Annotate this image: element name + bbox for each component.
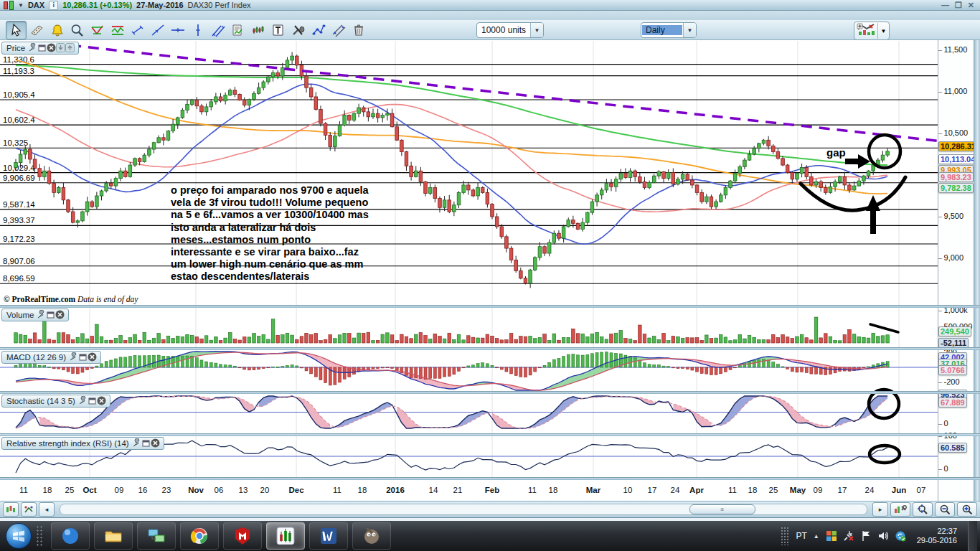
- ma20-badge: 10,113.04: [938, 154, 977, 164]
- vertical-line-tool[interactable]: [188, 22, 207, 39]
- panel-separator[interactable]: [0, 305, 980, 308]
- plug-disconnected-icon[interactable]: [843, 530, 854, 542]
- price-panel-header[interactable]: Price: [1, 42, 79, 55]
- close-panel-icon[interactable]: [47, 43, 56, 52]
- wrench-icon[interactable]: [28, 43, 37, 52]
- restore-button[interactable]: ❐: [955, 1, 962, 10]
- zoom-out-icon[interactable]: [935, 502, 955, 517]
- taskbar-app-windows-explorer[interactable]: [94, 522, 133, 550]
- taskbar-app-chrome[interactable]: [180, 522, 219, 550]
- language-indicator[interactable]: PT: [796, 531, 806, 541]
- price-axis[interactable]: 11,50011,00010,5009,5009,00010,286.3110,…: [938, 40, 974, 501]
- windows-logo-icon[interactable]: [826, 530, 837, 542]
- panel-separator[interactable]: [0, 391, 980, 394]
- chevron-down-icon[interactable]: ▼: [877, 23, 889, 39]
- alarm-bell-tool[interactable]: [47, 22, 67, 39]
- detach-window-icon[interactable]: [46, 310, 55, 319]
- taskbar-clock[interactable]: 22:3729-05-2016: [913, 527, 961, 545]
- scroll-left-button[interactable]: ◂: [39, 502, 55, 517]
- symbol-dropdown-caret[interactable]: ▼: [18, 2, 24, 9]
- chart-bottom-toolbar: ◂ ≡ ▸: [0, 501, 980, 518]
- timeframe-dropdown[interactable]: Daily ▼: [641, 22, 697, 38]
- detach-window-icon[interactable]: [37, 43, 47, 52]
- move-panel-down-icon[interactable]: [56, 43, 65, 52]
- time-axis-label: 09: [814, 486, 823, 494]
- cursor-tool[interactable]: [6, 21, 27, 39]
- scrollbar-handle[interactable]: ≡: [689, 504, 755, 514]
- panel-separator[interactable]: [0, 477, 980, 480]
- chart-style-icon[interactable]: [3, 502, 19, 517]
- linked-points-tool[interactable]: [308, 22, 328, 39]
- panel-separator[interactable]: [0, 433, 980, 436]
- analysis-chart-tool[interactable]: [228, 22, 248, 39]
- taskbar-app-prorealtime[interactable]: [266, 522, 305, 550]
- language-bar-grip[interactable]: [781, 527, 789, 545]
- zoom-in-icon[interactable]: [957, 502, 977, 517]
- info-icon[interactable]: i: [49, 1, 58, 10]
- scale-mode-icon[interactable]: [21, 502, 37, 517]
- taskbar-app-word[interactable]: [309, 522, 348, 550]
- taskbar-app-image-editor[interactable]: [352, 522, 391, 550]
- trash-tool[interactable]: [349, 22, 368, 39]
- chevron-down-icon[interactable]: ▼: [530, 23, 543, 37]
- symbol-label[interactable]: DAX: [28, 1, 44, 9]
- taskbar-app-network-share-app[interactable]: [137, 522, 176, 550]
- close-panel-icon[interactable]: [88, 352, 97, 362]
- speaker-icon[interactable]: [877, 530, 889, 542]
- candle-pattern-tool[interactable]: [248, 22, 268, 39]
- close-panel-icon[interactable]: [151, 438, 160, 448]
- zoom-magnifier-tool[interactable]: [67, 22, 87, 39]
- support-resistance-tool[interactable]: [108, 22, 127, 39]
- chevron-down-icon[interactable]: ▼: [683, 23, 696, 37]
- minimize-button[interactable]: —: [941, 1, 949, 10]
- detach-window-icon[interactable]: [141, 438, 151, 448]
- wrench-icon[interactable]: [132, 438, 141, 448]
- quote-date: 27-May-2016: [136, 1, 183, 9]
- flag-icon[interactable]: [860, 530, 872, 542]
- time-axis-label: 06: [215, 486, 224, 494]
- svg-text:9,393.37: 9,393.37: [3, 216, 35, 225]
- panel-separator[interactable]: [0, 347, 980, 350]
- units-dropdown[interactable]: 10000 units ▼: [476, 22, 544, 38]
- axis-tick: 11,500: [938, 45, 967, 54]
- rsi-panel-header[interactable]: Relative strength index (RSI) (14): [1, 437, 164, 450]
- zoom-fit-icon[interactable]: [913, 502, 933, 517]
- ruler-tool[interactable]: [27, 22, 47, 39]
- wrench-icon[interactable]: [37, 310, 46, 319]
- detach-window-icon[interactable]: [88, 396, 97, 405]
- tray-expand-icon[interactable]: ▲: [814, 533, 819, 540]
- volume-panel-header[interactable]: Volume: [1, 309, 69, 321]
- add-indicator-button[interactable]: ▼: [854, 22, 890, 40]
- chart-area[interactable]: 11,330.611,193.310,905.410,602.410,32510…: [0, 40, 938, 501]
- close-panel-icon[interactable]: [97, 396, 106, 405]
- wrench-icon[interactable]: [69, 352, 78, 362]
- taskbar-app-mcafee[interactable]: [223, 522, 262, 550]
- detach-window-icon[interactable]: [78, 352, 88, 362]
- show-desktop-button[interactable]: [968, 521, 977, 551]
- parallel-lines-tool[interactable]: [329, 22, 348, 39]
- time-axis-label: 17: [838, 486, 847, 494]
- wrench-icon[interactable]: [78, 396, 88, 405]
- svg-text:© ProRealTime.com: © ProRealTime.com: [4, 295, 76, 303]
- close-panel-icon[interactable]: [55, 310, 65, 319]
- channel-tool[interactable]: [208, 22, 227, 39]
- segment-tool[interactable]: [128, 22, 147, 39]
- candlestick-icon: [4, 1, 14, 10]
- pattern-detection-tool[interactable]: [88, 22, 107, 39]
- start-button[interactable]: [6, 523, 32, 549]
- trend-line-tool[interactable]: [148, 22, 167, 39]
- close-button[interactable]: ✕: [968, 1, 974, 10]
- chart-settings-icon[interactable]: [890, 502, 910, 517]
- scroll-right-button[interactable]: ▸: [872, 502, 888, 517]
- horizontal-line-tool[interactable]: [168, 22, 187, 39]
- time-axis-label: 25: [769, 486, 778, 494]
- update-shield-icon[interactable]: [895, 530, 906, 542]
- time-scrollbar[interactable]: ≡: [60, 504, 867, 515]
- taskbar-app-blue-sphere-app[interactable]: [51, 522, 90, 550]
- macd-panel-header[interactable]: MACD (12 26 9): [1, 351, 101, 364]
- stochastic-panel-header[interactable]: Stochastic (14 3 5): [1, 395, 110, 408]
- move-panel-up-icon[interactable]: [65, 43, 75, 52]
- time-axis-label: May: [790, 486, 806, 494]
- drawing-tools-tool[interactable]: [288, 22, 308, 39]
- text-tool-tool[interactable]: [268, 22, 288, 39]
